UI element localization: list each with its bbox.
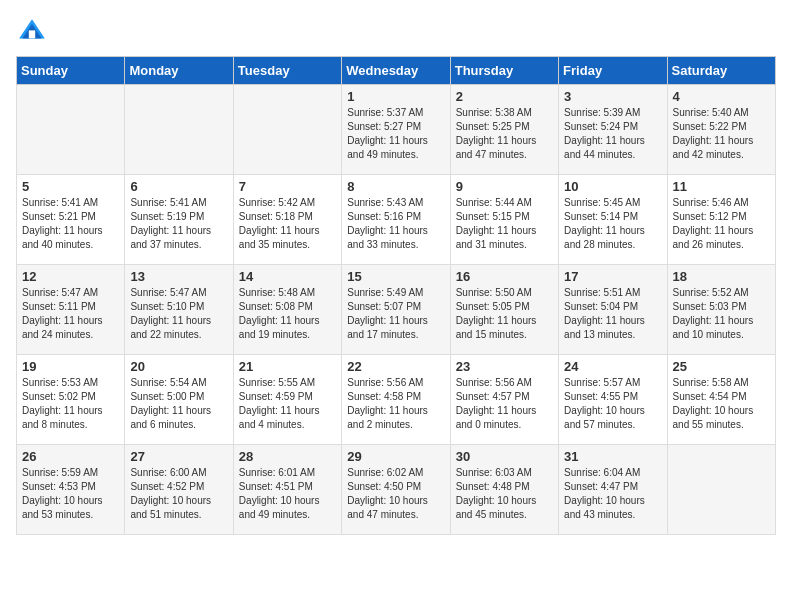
day-info: Sunrise: 5:40 AM Sunset: 5:22 PM Dayligh…	[673, 106, 770, 162]
calendar-cell: 21Sunrise: 5:55 AM Sunset: 4:59 PM Dayli…	[233, 355, 341, 445]
column-header-sunday: Sunday	[17, 57, 125, 85]
day-number: 6	[130, 179, 227, 194]
day-info: Sunrise: 5:39 AM Sunset: 5:24 PM Dayligh…	[564, 106, 661, 162]
day-info: Sunrise: 5:48 AM Sunset: 5:08 PM Dayligh…	[239, 286, 336, 342]
day-number: 24	[564, 359, 661, 374]
calendar-cell: 30Sunrise: 6:03 AM Sunset: 4:48 PM Dayli…	[450, 445, 558, 535]
day-number: 30	[456, 449, 553, 464]
calendar-cell: 10Sunrise: 5:45 AM Sunset: 5:14 PM Dayli…	[559, 175, 667, 265]
day-info: Sunrise: 6:02 AM Sunset: 4:50 PM Dayligh…	[347, 466, 444, 522]
calendar-cell: 2Sunrise: 5:38 AM Sunset: 5:25 PM Daylig…	[450, 85, 558, 175]
day-info: Sunrise: 6:00 AM Sunset: 4:52 PM Dayligh…	[130, 466, 227, 522]
svg-rect-2	[29, 30, 35, 38]
day-number: 20	[130, 359, 227, 374]
calendar-cell: 1Sunrise: 5:37 AM Sunset: 5:27 PM Daylig…	[342, 85, 450, 175]
calendar-table: SundayMondayTuesdayWednesdayThursdayFrid…	[16, 56, 776, 535]
column-header-friday: Friday	[559, 57, 667, 85]
calendar-cell: 29Sunrise: 6:02 AM Sunset: 4:50 PM Dayli…	[342, 445, 450, 535]
column-header-wednesday: Wednesday	[342, 57, 450, 85]
calendar-cell: 7Sunrise: 5:42 AM Sunset: 5:18 PM Daylig…	[233, 175, 341, 265]
calendar-cell: 3Sunrise: 5:39 AM Sunset: 5:24 PM Daylig…	[559, 85, 667, 175]
column-header-thursday: Thursday	[450, 57, 558, 85]
day-number: 11	[673, 179, 770, 194]
calendar-cell: 5Sunrise: 5:41 AM Sunset: 5:21 PM Daylig…	[17, 175, 125, 265]
day-number: 7	[239, 179, 336, 194]
day-info: Sunrise: 5:38 AM Sunset: 5:25 PM Dayligh…	[456, 106, 553, 162]
day-number: 27	[130, 449, 227, 464]
calendar-week-2: 5Sunrise: 5:41 AM Sunset: 5:21 PM Daylig…	[17, 175, 776, 265]
day-number: 8	[347, 179, 444, 194]
calendar-cell: 31Sunrise: 6:04 AM Sunset: 4:47 PM Dayli…	[559, 445, 667, 535]
day-number: 17	[564, 269, 661, 284]
day-info: Sunrise: 5:41 AM Sunset: 5:19 PM Dayligh…	[130, 196, 227, 252]
day-info: Sunrise: 5:58 AM Sunset: 4:54 PM Dayligh…	[673, 376, 770, 432]
calendar-week-5: 26Sunrise: 5:59 AM Sunset: 4:53 PM Dayli…	[17, 445, 776, 535]
day-info: Sunrise: 5:42 AM Sunset: 5:18 PM Dayligh…	[239, 196, 336, 252]
day-info: Sunrise: 5:53 AM Sunset: 5:02 PM Dayligh…	[22, 376, 119, 432]
day-number: 16	[456, 269, 553, 284]
day-info: Sunrise: 5:55 AM Sunset: 4:59 PM Dayligh…	[239, 376, 336, 432]
day-number: 29	[347, 449, 444, 464]
day-number: 19	[22, 359, 119, 374]
calendar-cell	[17, 85, 125, 175]
day-info: Sunrise: 5:49 AM Sunset: 5:07 PM Dayligh…	[347, 286, 444, 342]
day-number: 26	[22, 449, 119, 464]
column-header-saturday: Saturday	[667, 57, 775, 85]
day-number: 22	[347, 359, 444, 374]
calendar-cell: 27Sunrise: 6:00 AM Sunset: 4:52 PM Dayli…	[125, 445, 233, 535]
day-info: Sunrise: 5:50 AM Sunset: 5:05 PM Dayligh…	[456, 286, 553, 342]
day-info: Sunrise: 5:56 AM Sunset: 4:57 PM Dayligh…	[456, 376, 553, 432]
calendar-week-4: 19Sunrise: 5:53 AM Sunset: 5:02 PM Dayli…	[17, 355, 776, 445]
day-info: Sunrise: 5:51 AM Sunset: 5:04 PM Dayligh…	[564, 286, 661, 342]
day-info: Sunrise: 5:43 AM Sunset: 5:16 PM Dayligh…	[347, 196, 444, 252]
calendar-cell	[125, 85, 233, 175]
day-number: 5	[22, 179, 119, 194]
logo	[16, 16, 52, 48]
calendar-cell: 15Sunrise: 5:49 AM Sunset: 5:07 PM Dayli…	[342, 265, 450, 355]
day-info: Sunrise: 5:56 AM Sunset: 4:58 PM Dayligh…	[347, 376, 444, 432]
calendar-week-3: 12Sunrise: 5:47 AM Sunset: 5:11 PM Dayli…	[17, 265, 776, 355]
day-number: 28	[239, 449, 336, 464]
day-info: Sunrise: 5:45 AM Sunset: 5:14 PM Dayligh…	[564, 196, 661, 252]
page-header	[16, 16, 776, 48]
calendar-cell: 19Sunrise: 5:53 AM Sunset: 5:02 PM Dayli…	[17, 355, 125, 445]
calendar-cell: 28Sunrise: 6:01 AM Sunset: 4:51 PM Dayli…	[233, 445, 341, 535]
calendar-cell: 24Sunrise: 5:57 AM Sunset: 4:55 PM Dayli…	[559, 355, 667, 445]
day-info: Sunrise: 5:54 AM Sunset: 5:00 PM Dayligh…	[130, 376, 227, 432]
column-header-tuesday: Tuesday	[233, 57, 341, 85]
day-info: Sunrise: 5:57 AM Sunset: 4:55 PM Dayligh…	[564, 376, 661, 432]
day-info: Sunrise: 5:41 AM Sunset: 5:21 PM Dayligh…	[22, 196, 119, 252]
day-info: Sunrise: 6:03 AM Sunset: 4:48 PM Dayligh…	[456, 466, 553, 522]
day-number: 18	[673, 269, 770, 284]
calendar-cell: 12Sunrise: 5:47 AM Sunset: 5:11 PM Dayli…	[17, 265, 125, 355]
day-info: Sunrise: 6:04 AM Sunset: 4:47 PM Dayligh…	[564, 466, 661, 522]
day-info: Sunrise: 5:37 AM Sunset: 5:27 PM Dayligh…	[347, 106, 444, 162]
calendar-cell: 6Sunrise: 5:41 AM Sunset: 5:19 PM Daylig…	[125, 175, 233, 265]
calendar-cell: 18Sunrise: 5:52 AM Sunset: 5:03 PM Dayli…	[667, 265, 775, 355]
day-number: 1	[347, 89, 444, 104]
calendar-cell: 9Sunrise: 5:44 AM Sunset: 5:15 PM Daylig…	[450, 175, 558, 265]
calendar-cell	[233, 85, 341, 175]
calendar-cell: 22Sunrise: 5:56 AM Sunset: 4:58 PM Dayli…	[342, 355, 450, 445]
calendar-cell: 16Sunrise: 5:50 AM Sunset: 5:05 PM Dayli…	[450, 265, 558, 355]
calendar-cell: 20Sunrise: 5:54 AM Sunset: 5:00 PM Dayli…	[125, 355, 233, 445]
calendar-cell: 8Sunrise: 5:43 AM Sunset: 5:16 PM Daylig…	[342, 175, 450, 265]
calendar-cell	[667, 445, 775, 535]
day-info: Sunrise: 5:46 AM Sunset: 5:12 PM Dayligh…	[673, 196, 770, 252]
day-number: 25	[673, 359, 770, 374]
day-number: 12	[22, 269, 119, 284]
calendar-header-row: SundayMondayTuesdayWednesdayThursdayFrid…	[17, 57, 776, 85]
day-info: Sunrise: 5:44 AM Sunset: 5:15 PM Dayligh…	[456, 196, 553, 252]
calendar-cell: 26Sunrise: 5:59 AM Sunset: 4:53 PM Dayli…	[17, 445, 125, 535]
day-number: 21	[239, 359, 336, 374]
day-number: 10	[564, 179, 661, 194]
day-number: 13	[130, 269, 227, 284]
day-number: 3	[564, 89, 661, 104]
column-header-monday: Monday	[125, 57, 233, 85]
day-number: 15	[347, 269, 444, 284]
day-number: 9	[456, 179, 553, 194]
calendar-cell: 4Sunrise: 5:40 AM Sunset: 5:22 PM Daylig…	[667, 85, 775, 175]
day-info: Sunrise: 6:01 AM Sunset: 4:51 PM Dayligh…	[239, 466, 336, 522]
day-number: 23	[456, 359, 553, 374]
calendar-cell: 13Sunrise: 5:47 AM Sunset: 5:10 PM Dayli…	[125, 265, 233, 355]
